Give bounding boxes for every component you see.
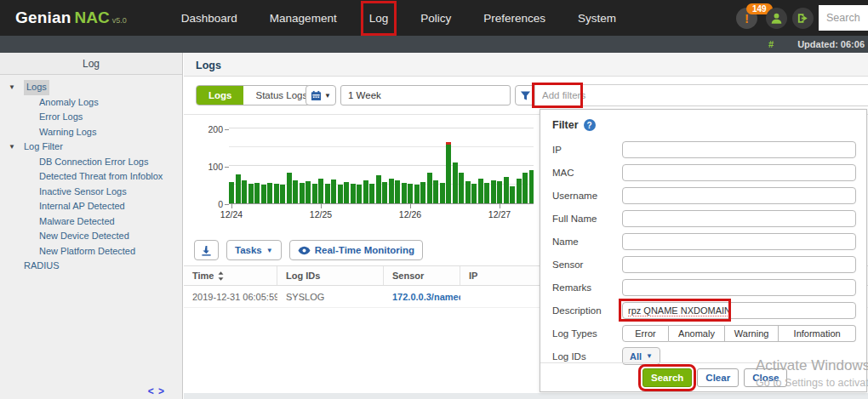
chart-bar xyxy=(351,184,356,203)
nav-item-preferences[interactable]: Preferences xyxy=(482,8,547,29)
chart-bar xyxy=(517,179,522,203)
chart-bar xyxy=(229,182,234,203)
name-field[interactable] xyxy=(622,233,856,250)
sidebar-item-inactive-sensor-logs[interactable]: Inactive Sensor Logs xyxy=(0,185,182,200)
description-field[interactable]: rpz QNAME NXDOMAIN xyxy=(622,302,856,319)
realtime-monitoring-button[interactable]: Real-Time Monitoring xyxy=(289,240,423,260)
sidebar-item-label: Anomaly Logs xyxy=(39,95,99,111)
x-axis-tick xyxy=(500,204,500,208)
chart-bar xyxy=(484,183,489,203)
tasks-label: Tasks xyxy=(235,245,262,255)
sidebar-item-malware-detected[interactable]: Malware Detected xyxy=(0,214,182,230)
sidebar-item-anomaly-logs[interactable]: Anomaly Logs xyxy=(0,95,182,111)
date-range-input[interactable] xyxy=(340,85,511,105)
log-type-anomaly[interactable]: Anomaly xyxy=(669,325,725,342)
filter-label-username: Username xyxy=(552,191,622,201)
view-toggle-logs[interactable]: Logs xyxy=(197,86,243,105)
sidebar-item-new-platform-detected[interactable]: New Platform Detected xyxy=(0,244,182,259)
log-type-information[interactable]: Information xyxy=(779,325,856,342)
remarks-field[interactable] xyxy=(622,279,856,296)
chart-bar xyxy=(504,177,509,203)
x-axis-tick-label: 12/26 xyxy=(399,209,421,219)
chevron-down-icon: ▼ xyxy=(324,92,331,100)
nav-item-system[interactable]: System xyxy=(576,8,618,29)
brand-logo[interactable]: Genian NAC v5.0 xyxy=(15,9,127,27)
chart-bar xyxy=(453,162,458,203)
add-filters-wrap xyxy=(534,84,868,106)
chart-bar xyxy=(287,173,292,203)
global-search-input[interactable] xyxy=(819,5,868,31)
chart-bar xyxy=(446,142,451,203)
x-axis-tick xyxy=(321,204,322,208)
chart-bar xyxy=(293,180,298,203)
filter-row-mac: MAC xyxy=(540,161,866,184)
sidebar-item-label: Internal AP Detected xyxy=(39,199,125,214)
view-toggle-group: LogsStatus Logs xyxy=(196,85,320,105)
sidebar-item-log-filter[interactable]: ▼Log Filter xyxy=(0,140,182,155)
status-subbar: # Updated: 06:06 xyxy=(0,36,868,53)
sidebar-item-detected-threat-from-infoblox[interactable]: Detected Threat from Infoblox xyxy=(0,169,182,185)
log-types-group: ErrorAnomalyWarningInformation xyxy=(622,325,856,342)
user-account-button[interactable] xyxy=(766,8,787,29)
chart-bar xyxy=(395,180,400,203)
footer-strip xyxy=(184,393,868,399)
nav-item-dashboard[interactable]: Dashboard xyxy=(180,8,239,29)
chevron-down-icon: ▼ xyxy=(646,352,653,360)
log-type-warning[interactable]: Warning xyxy=(725,325,779,342)
sidebar-item-db-connection-error-logs[interactable]: DB Connection Error Logs xyxy=(0,155,182,170)
x-axis-tick xyxy=(410,204,411,208)
chart-bar xyxy=(274,184,279,203)
filter-funnel-icon xyxy=(520,90,531,101)
sidebar-collapse-toggle[interactable]: < > xyxy=(148,385,165,397)
filter-row-full-name: Full Name xyxy=(540,207,866,230)
chart-bar xyxy=(338,185,343,203)
cell-ip xyxy=(460,286,469,307)
nav-item-management[interactable]: Management xyxy=(268,8,339,29)
navbar-right-cluster: ! 149 xyxy=(736,0,868,36)
nav-item-policy[interactable]: Policy xyxy=(419,8,453,29)
full-name-field[interactable] xyxy=(622,210,856,227)
clear-button[interactable]: Clear xyxy=(697,368,739,387)
chart-bar xyxy=(414,185,420,203)
chart-bar xyxy=(331,180,336,203)
date-range-button[interactable]: ▼ xyxy=(306,85,336,105)
chart-bar xyxy=(300,183,305,203)
col-header-time[interactable]: Time xyxy=(184,266,277,285)
search-button[interactable]: Search xyxy=(642,368,692,387)
cell-logids: SYSLOG xyxy=(277,286,384,307)
ip-field[interactable] xyxy=(622,141,856,158)
cell-sensor-link[interactable]: 172.0.0.3/named xyxy=(384,286,460,307)
chart-bar xyxy=(363,180,368,203)
nav-item-log[interactable]: Log xyxy=(368,8,391,29)
help-icon[interactable]: ? xyxy=(584,119,596,131)
col-header-sensor[interactable]: Sensor xyxy=(384,266,460,285)
export-download-button[interactable] xyxy=(194,240,219,260)
filter-label-remarks: Remarks xyxy=(552,282,622,293)
log-type-error[interactable]: Error xyxy=(622,325,669,342)
sidebar-item-internal-ap-detected[interactable]: Internal AP Detected xyxy=(0,199,182,214)
filter-button[interactable] xyxy=(515,85,535,105)
sidebar-item-logs[interactable]: ▼Logs xyxy=(0,80,182,95)
username-field[interactable] xyxy=(622,187,856,204)
filter-fields: IPMACUsernameFull NameNameSensorRemarksD… xyxy=(540,138,866,322)
add-filters-input[interactable] xyxy=(534,84,868,106)
sensor-field[interactable] xyxy=(622,256,856,273)
sidebar-item-label: New Device Detected xyxy=(39,229,129,244)
tree-expand-icon[interactable]: ▼ xyxy=(9,140,24,155)
log-toolbar: LogsStatus Logs ▼ xyxy=(184,83,868,109)
updated-timestamp: Updated: 06:06 xyxy=(797,39,865,49)
logout-button[interactable] xyxy=(792,8,814,29)
alerts-button[interactable]: ! 149 xyxy=(736,8,757,29)
mac-field[interactable] xyxy=(622,164,856,181)
chart-bar xyxy=(267,183,272,203)
sidebar-item-warning-logs[interactable]: Warning Logs xyxy=(0,125,182,140)
close-button[interactable]: Close xyxy=(744,368,787,387)
tasks-dropdown-button[interactable]: Tasks ▼ xyxy=(226,240,282,260)
sidebar-item-new-device-detected[interactable]: New Device Detected xyxy=(0,229,182,244)
sidebar-item-error-logs[interactable]: Error Logs xyxy=(0,110,182,125)
col-header-logids[interactable]: Log IDs xyxy=(277,266,384,285)
filter-label-name: Name xyxy=(552,237,622,247)
tree-expand-icon[interactable]: ▼ xyxy=(9,80,24,95)
x-axis-tick xyxy=(231,204,232,208)
sidebar-item-radius[interactable]: RADIUS xyxy=(0,259,182,274)
